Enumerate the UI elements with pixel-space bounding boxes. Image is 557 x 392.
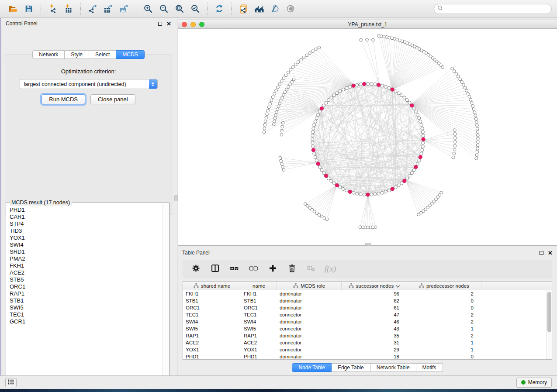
export-image-button[interactable] [116, 2, 132, 16]
table-row[interactable]: STB1STB1dominator620 [183, 297, 546, 304]
column-header-predecessor-nodes[interactable]: predecessor nodes [407, 282, 481, 290]
column-header-name[interactable]: name [241, 282, 277, 290]
zoom-selected-icon [190, 4, 200, 14]
column-header-shared-name[interactable]: shared name [183, 282, 241, 290]
import-table-button[interactable] [61, 2, 76, 16]
mcds-result-item[interactable]: STB1 [10, 297, 162, 304]
vertical-splitter-grip[interactable] [174, 195, 178, 201]
mcds-result-item[interactable]: TID3 [10, 227, 162, 234]
table-row[interactable]: RAP1RAP1dominator352 [183, 332, 546, 339]
toolbar-separator [80, 3, 81, 15]
table-cell: 61 [342, 305, 407, 310]
add-column-button[interactable] [266, 262, 279, 275]
export-network-button[interactable] [85, 2, 100, 16]
control-panel: Control Panel ✕ NetworkStyleSelectMCDS O… [1, 18, 176, 376]
table-row[interactable]: PHD1PHD1dominator180 [183, 353, 546, 359]
run-mcds-button[interactable]: Run MCDS [42, 94, 85, 104]
status-bar: Memory [0, 375, 557, 389]
select-all-rows-button[interactable] [228, 262, 241, 275]
tab-network[interactable]: Network [32, 50, 65, 59]
table-cell: 2 [407, 319, 481, 324]
function-builder-button: f(x) [324, 262, 337, 275]
clear-table-icon [307, 264, 315, 274]
add-column-icon [268, 264, 277, 275]
table-row[interactable]: FKH1FKH1dominator962 [183, 290, 546, 297]
float-window-icon[interactable] [158, 22, 162, 26]
table-cell: 0 [407, 298, 481, 303]
close-panel-button[interactable]: Close panel [90, 94, 135, 104]
share-document-button[interactable] [235, 2, 251, 16]
tab-mcds[interactable]: MCDS [116, 50, 144, 59]
mcds-result-item[interactable]: SRD1 [10, 248, 162, 255]
mcds-result-item[interactable]: TEC1 [10, 311, 162, 318]
column-layout-button[interactable] [208, 262, 221, 275]
tab-network-table[interactable]: Network Table [370, 363, 416, 372]
show-graphics-details-button[interactable] [283, 2, 298, 16]
tab-node-table[interactable]: Node Table [292, 363, 332, 372]
column-header-MCDS-role[interactable]: MCDS role [277, 282, 342, 290]
search-input[interactable] [445, 5, 548, 12]
table-row[interactable]: YOX1YOX1connector291 [183, 346, 546, 353]
column-label: MCDS role [301, 283, 325, 289]
select-all-rows-icon [230, 264, 239, 275]
table-row[interactable]: SWI4SWI4dominator462 [183, 318, 546, 325]
mcds-result-item[interactable]: ACE2 [10, 269, 162, 276]
deselect-all-rows-button[interactable] [247, 262, 260, 275]
table-scrollbar[interactable] [546, 290, 552, 359]
tab-edge-table[interactable]: Edge Table [332, 363, 370, 372]
table-row[interactable]: ACE2ACE2connector311 [183, 339, 546, 346]
mcds-result-item[interactable]: SWI5 [10, 304, 162, 311]
column-header-successor-nodes[interactable]: successor nodes [342, 282, 407, 290]
mcds-result-item[interactable]: STB5 [10, 276, 162, 283]
network-overview-button[interactable] [251, 2, 267, 16]
column-settings-button[interactable] [189, 262, 202, 275]
delete-column-button[interactable] [285, 262, 298, 275]
open-file-button[interactable] [5, 2, 21, 16]
network-view-titlebar[interactable]: YPA_prune.txt_1 [178, 20, 557, 29]
mcds-result-item[interactable]: RAP1 [10, 290, 162, 297]
table-cell: SWI4 [241, 319, 277, 324]
mcds-result-item[interactable]: YOX1 [10, 234, 162, 241]
task-history-button[interactable] [5, 378, 17, 387]
mcds-result-item[interactable]: PMA2 [10, 255, 162, 262]
table-close-panel-icon[interactable]: ✕ [548, 251, 553, 255]
table-scrollbar-thumb[interactable] [547, 292, 551, 332]
tab-style[interactable]: Style [65, 50, 89, 59]
network-graph[interactable] [178, 29, 557, 245]
control-panel-titlebar: Control Panel ✕ [1, 18, 176, 29]
zoom-out-button[interactable] [156, 2, 172, 16]
horizontal-splitter-grip[interactable] [365, 243, 371, 246]
criterion-dropdown[interactable]: largest connected component (undirected) [20, 79, 158, 89]
tab-select[interactable]: Select [89, 50, 116, 59]
table-float-window-icon[interactable] [540, 251, 543, 255]
memory-label: Memory [528, 379, 547, 385]
table-cell: SWI5 [183, 326, 241, 331]
zoom-fit-button[interactable] [172, 2, 187, 16]
export-table-button[interactable] [100, 2, 116, 16]
table-row[interactable]: TEC1TEC1connector472 [183, 311, 546, 318]
tab-motifs[interactable]: Motifs [416, 363, 443, 372]
table-row[interactable]: SWI5SWI5connector431 [183, 325, 546, 332]
mcds-result-item[interactable]: PHD1 [10, 206, 162, 213]
zoom-selected-button[interactable] [187, 2, 203, 16]
refresh-layout-button[interactable] [211, 2, 227, 16]
mcds-result-item[interactable]: ORC1 [10, 283, 162, 290]
memory-button[interactable]: Memory [516, 378, 552, 388]
mcds-result-item[interactable]: SWI4 [10, 241, 162, 248]
search-box[interactable] [434, 4, 552, 14]
mcds-result-item[interactable]: FKH1 [10, 262, 162, 269]
table-cell: 47 [342, 312, 407, 317]
main-toolbar [0, 0, 557, 18]
mcds-result-item[interactable]: GCR1 [10, 318, 162, 325]
mcds-result-item[interactable]: STP4 [10, 220, 162, 227]
table-row[interactable]: ORC1ORC1dominator610 [183, 304, 546, 311]
mcds-list-scrollbar[interactable] [163, 203, 169, 376]
close-panel-icon[interactable]: ✕ [166, 22, 171, 26]
hide-details-button[interactable] [267, 2, 283, 16]
zoom-in-button[interactable] [140, 2, 156, 16]
save-session-button[interactable] [21, 2, 37, 16]
network-canvas[interactable] [178, 29, 557, 245]
import-network-button[interactable] [45, 2, 61, 16]
vertical-splitter[interactable] [176, 18, 177, 376]
mcds-result-item[interactable]: CAR1 [10, 213, 162, 220]
